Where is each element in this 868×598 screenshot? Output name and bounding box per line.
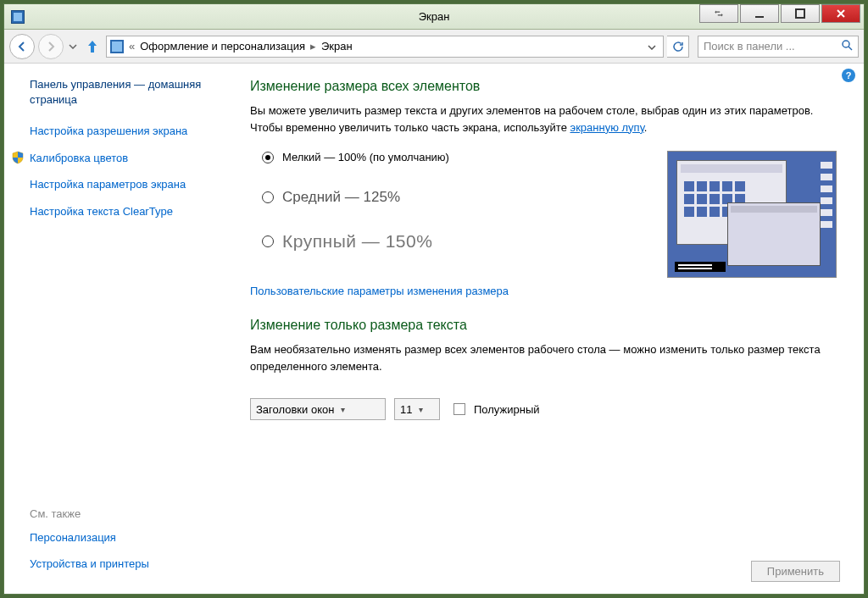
sidebar-link-resolution[interactable]: Настройка разрешения экрана — [30, 124, 223, 139]
titlebar: Экран — [4, 4, 864, 30]
back-button[interactable] — [9, 34, 35, 59]
sidebar-link-color-calibration[interactable]: Калибровка цветов — [30, 151, 223, 166]
radio-medium[interactable]: Средний — 125% — [262, 189, 650, 206]
refresh-button[interactable] — [667, 36, 689, 58]
breadcrumb-current[interactable]: Экран — [321, 40, 353, 53]
magnifier-link[interactable]: экранную лупу — [570, 121, 644, 134]
swap-icon — [714, 8, 724, 19]
help-icon[interactable]: ? — [842, 69, 855, 82]
chevron-down-icon — [69, 44, 77, 49]
element-select[interactable]: Заголовки окон ▾ — [250, 398, 386, 420]
svg-rect-1 — [796, 9, 804, 18]
see-also-devices[interactable]: Устройства и принтеры — [30, 556, 223, 572]
see-also-personalization[interactable]: Персонализация — [30, 530, 223, 545]
window-title: Экран — [419, 10, 450, 23]
radio-icon — [262, 152, 274, 163]
search-placeholder: Поиск в панели ... — [704, 40, 795, 53]
scale-options: Мелкий — 100% (по умолчанию) Средний — 1… — [250, 151, 650, 277]
maximize-button[interactable] — [781, 4, 820, 23]
swap-button[interactable] — [699, 4, 738, 23]
refresh-icon — [672, 41, 684, 53]
up-button[interactable] — [82, 36, 103, 57]
bold-label: Полужирный — [474, 403, 540, 416]
breadcrumb-parent[interactable]: Оформление и персонализация — [140, 40, 305, 53]
breadcrumb[interactable]: « Оформление и персонализация ▸ Экран — [106, 36, 664, 58]
see-also-label: См. также — [30, 507, 223, 520]
radio-icon — [262, 191, 274, 203]
apply-row: Применить — [250, 535, 840, 582]
chevron-down-icon: ▾ — [341, 405, 345, 414]
minimize-button[interactable] — [740, 4, 779, 23]
minimize-icon — [754, 8, 765, 19]
svg-point-2 — [843, 41, 849, 47]
radio-label: Средний — 125% — [282, 189, 400, 206]
close-icon — [836, 8, 846, 19]
shield-icon — [11, 151, 25, 164]
forward-button[interactable] — [38, 34, 64, 59]
up-icon — [85, 39, 100, 54]
body: ? Панель управления — домашняя страница … — [4, 64, 864, 594]
breadcrumb-dropdown[interactable] — [644, 40, 659, 53]
description-resize-all: Вы можете увеличить размер текста и друг… — [250, 102, 840, 136]
radio-large[interactable]: Крупный — 150% — [262, 231, 650, 252]
search-icon — [841, 39, 853, 53]
custom-scaling-link[interactable]: Пользовательские параметры изменения раз… — [250, 285, 840, 297]
font-size-select[interactable]: 11 ▾ — [394, 398, 440, 420]
app-icon — [11, 10, 25, 24]
history-dropdown[interactable] — [67, 34, 79, 59]
scale-options-row: Мелкий — 100% (по умолчанию) Средний — 1… — [250, 151, 840, 278]
forward-icon — [45, 41, 57, 53]
heading-resize-all: Изменение размера всех элементов — [250, 79, 840, 94]
radio-small[interactable]: Мелкий — 100% (по умолчанию) — [262, 151, 650, 163]
description-text-size: Вам необязательно изменять размер всех э… — [250, 341, 840, 374]
sidebar-link-cleartype[interactable]: Настройка текста ClearType — [30, 204, 223, 219]
preview-image — [667, 151, 837, 278]
radio-label: Крупный — 150% — [282, 231, 432, 252]
sidebar: Панель управления — домашняя страница На… — [4, 64, 233, 594]
sidebar-link-display-settings[interactable]: Настройка параметров экрана — [30, 177, 223, 192]
maximize-icon — [795, 8, 805, 19]
bold-checkbox[interactable] — [453, 403, 465, 415]
breadcrumb-chevron: « — [129, 40, 135, 53]
breadcrumb-chevron: ▸ — [310, 40, 316, 53]
navbar: « Оформление и персонализация ▸ Экран По… — [4, 30, 864, 64]
content: Изменение размера всех элементов Вы може… — [233, 64, 864, 594]
apply-button[interactable]: Применить — [751, 561, 840, 582]
chevron-down-icon — [648, 45, 656, 50]
breadcrumb-icon — [110, 40, 124, 53]
text-size-controls: Заголовки окон ▾ 11 ▾ Полужирный — [250, 398, 840, 420]
window: Экран — [3, 3, 865, 595]
svg-rect-0 — [755, 16, 764, 18]
radio-label: Мелкий — 100% (по умолчанию) — [282, 151, 449, 163]
titlebar-buttons — [699, 4, 864, 29]
heading-text-size: Изменение только размера текста — [250, 318, 840, 333]
close-button[interactable] — [821, 4, 860, 23]
back-icon — [16, 41, 28, 53]
radio-icon — [262, 235, 274, 247]
chevron-down-icon: ▾ — [419, 405, 423, 414]
search-input[interactable]: Поиск в панели ... — [698, 36, 859, 58]
sidebar-home-link[interactable]: Панель управления — домашняя страница — [30, 77, 223, 107]
